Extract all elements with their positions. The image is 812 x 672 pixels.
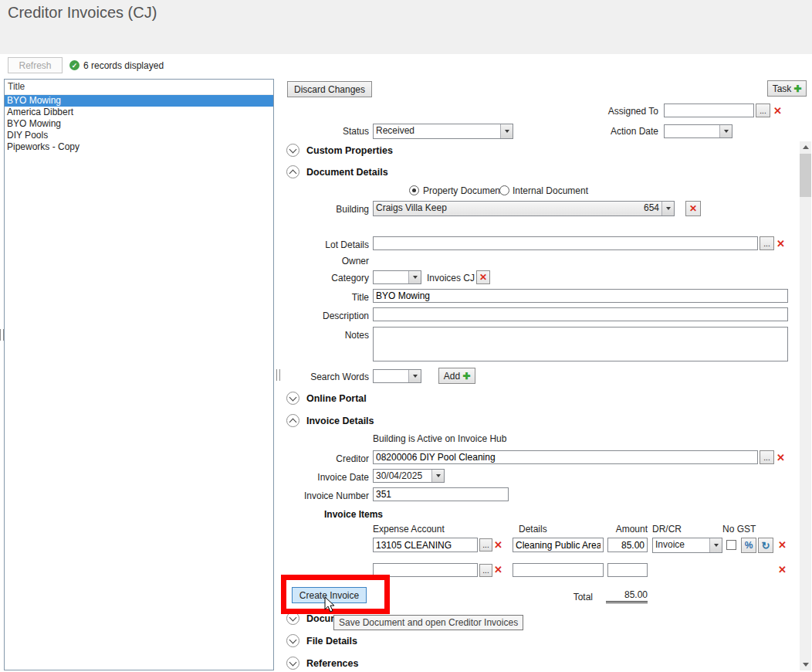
title-input[interactable]: [373, 289, 788, 303]
records-count-text: 6 records displayed: [83, 60, 164, 71]
invoice-date-picker[interactable]: 30/04/2025: [373, 469, 445, 483]
item-amount-input[interactable]: [607, 563, 648, 577]
refresh-button[interactable]: Refresh: [8, 57, 63, 73]
list-item[interactable]: America Dibbert: [5, 107, 273, 118]
creditor-browse-button[interactable]: ...: [760, 450, 774, 464]
list-item[interactable]: BYO Mowing: [5, 95, 273, 107]
assigned-to-label: Assigned To: [571, 106, 658, 117]
notes-textarea[interactable]: [373, 327, 788, 361]
assigned-to-clear-icon[interactable]: ✕: [773, 106, 782, 116]
recurring-button[interactable]: ↻: [758, 538, 773, 553]
red-x-icon: ✕: [689, 203, 697, 214]
assigned-to-browse-button[interactable]: ...: [756, 104, 770, 117]
references-expander[interactable]: [286, 657, 299, 670]
category-name-text: Invoices CJ: [427, 273, 475, 283]
window-splitter-grip[interactable]: [0, 329, 4, 341]
chevron-down-icon[interactable]: [719, 125, 732, 137]
chevron-down-icon: [289, 658, 297, 666]
item-details-input[interactable]: [513, 538, 604, 552]
description-input[interactable]: [373, 307, 788, 321]
expense-browse-button[interactable]: ...: [479, 564, 492, 577]
section-invoice-details[interactable]: Invoice Details: [306, 416, 374, 426]
total-value: 85.00: [606, 589, 648, 603]
lot-details-browse-button[interactable]: ...: [760, 236, 774, 250]
custom-properties-expander[interactable]: [286, 144, 299, 157]
list-item[interactable]: DIY Pools: [5, 130, 273, 141]
scrollbar-thumb[interactable]: [800, 154, 811, 197]
building-label: Building: [284, 204, 369, 215]
search-words-dropdown[interactable]: [373, 369, 421, 383]
chevron-down-icon[interactable]: [408, 370, 421, 382]
invoice-date-label: Invoice Date: [284, 472, 369, 483]
building-clear-button[interactable]: ✕: [685, 201, 701, 216]
section-online-portal[interactable]: Online Portal: [306, 393, 367, 404]
file-details-expander[interactable]: [286, 634, 299, 647]
list-item[interactable]: BYO Mowing: [5, 118, 273, 130]
creditor-clear-icon[interactable]: ✕: [776, 453, 785, 463]
add-search-word-button[interactable]: Add ✚: [438, 368, 475, 384]
expense-clear-icon[interactable]: ✕: [494, 565, 502, 575]
creditor-input[interactable]: [373, 450, 758, 464]
chevron-down-icon[interactable]: [408, 271, 421, 283]
create-invoice-button[interactable]: Create Invoice: [292, 587, 367, 603]
list-column-header[interactable]: Title: [5, 80, 273, 95]
total-label: Total: [550, 592, 593, 602]
category-clear-button[interactable]: ✕: [476, 270, 490, 284]
invoice-hub-status-text: Building is Active on Invoice Hub: [373, 433, 506, 444]
percent-button[interactable]: %: [741, 538, 756, 553]
invoice-details-expander[interactable]: [286, 414, 299, 427]
lot-details-clear-icon[interactable]: ✕: [776, 239, 785, 249]
section-custom-properties[interactable]: Custom Properties: [306, 145, 393, 156]
expense-clear-icon[interactable]: ✕: [494, 540, 502, 550]
section-file-details[interactable]: File Details: [306, 636, 357, 647]
assigned-to-input[interactable]: [664, 104, 754, 117]
building-dropdown[interactable]: Craigs Villa Keep 654: [373, 201, 675, 216]
description-label: Description: [284, 311, 369, 321]
property-document-radio[interactable]: [409, 185, 419, 195]
item-row-delete-icon[interactable]: ✕: [778, 540, 787, 550]
discard-changes-button[interactable]: Discard Changes: [287, 81, 372, 97]
vertical-scrollbar[interactable]: [800, 141, 811, 670]
chevron-down-icon[interactable]: [709, 538, 722, 552]
lot-details-input[interactable]: [373, 236, 758, 250]
drcr-dropdown[interactable]: Invoice: [652, 538, 722, 553]
online-portal-expander[interactable]: [286, 392, 299, 405]
invoice-number-input[interactable]: [373, 487, 509, 501]
expense-account-input[interactable]: [373, 563, 478, 577]
section-references[interactable]: References: [306, 658, 358, 669]
chevron-up-icon: [289, 418, 297, 426]
internal-document-radio[interactable]: [499, 185, 509, 195]
item-amount-input[interactable]: [607, 538, 648, 552]
recurring-icon: ↻: [762, 540, 770, 552]
status-dropdown[interactable]: Received: [373, 124, 513, 139]
chevron-down-icon[interactable]: [500, 124, 513, 138]
internal-document-label[interactable]: Internal Document: [513, 185, 588, 196]
item-row-delete-icon[interactable]: ✕: [778, 565, 787, 575]
category-dropdown[interactable]: [373, 270, 421, 284]
status-label: Status: [284, 126, 369, 137]
list-item[interactable]: Pipeworks - Copy: [5, 141, 273, 153]
building-number: 654: [641, 202, 661, 216]
document-details-expander[interactable]: [286, 165, 299, 178]
column-no-gst: No GST: [722, 524, 756, 535]
action-date-dropdown[interactable]: [664, 124, 732, 138]
item-details-input[interactable]: [513, 563, 604, 577]
documents-expander[interactable]: [286, 612, 299, 625]
expense-browse-button[interactable]: ...: [479, 538, 492, 552]
chevron-down-icon[interactable]: [431, 470, 444, 482]
scroll-down-button[interactable]: [800, 659, 811, 670]
section-document-details[interactable]: Document Details: [306, 167, 388, 178]
column-drcr: DR/CR: [652, 524, 682, 535]
scroll-up-button[interactable]: [800, 141, 811, 153]
chevron-down-icon[interactable]: [661, 202, 674, 216]
chevron-down-icon: [289, 145, 297, 153]
owner-label: Owner: [284, 256, 369, 266]
expense-account-input[interactable]: [373, 538, 478, 552]
property-document-label[interactable]: Property Document: [423, 185, 502, 196]
no-gst-checkbox[interactable]: [726, 540, 736, 550]
panel-splitter-grip[interactable]: [276, 369, 280, 381]
task-button[interactable]: Task ✚: [767, 80, 807, 97]
invoice-items-label: Invoice Items: [324, 509, 383, 520]
plus-icon: ✚: [462, 371, 470, 382]
red-x-icon: ✕: [479, 272, 487, 283]
